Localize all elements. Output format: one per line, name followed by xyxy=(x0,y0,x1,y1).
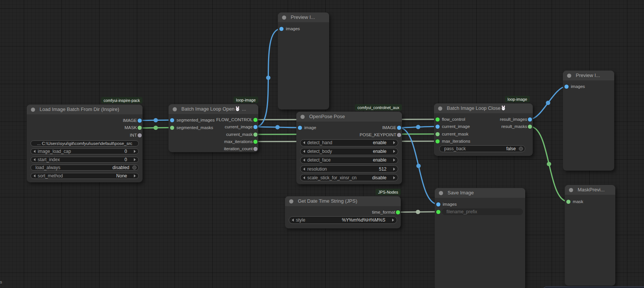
widget-label: load_always xyxy=(35,165,60,170)
widget-scale_stick_for_xinsr_cn[interactable]: scale_stick_for_xinsr_cndisable xyxy=(300,174,398,181)
input-port-images[interactable] xyxy=(436,202,440,206)
decrement-arrow[interactable] xyxy=(34,150,35,153)
link-midpoint-dot[interactable] xyxy=(266,75,271,80)
increment-arrow[interactable] xyxy=(134,174,136,177)
decrement-arrow[interactable] xyxy=(303,159,305,162)
output-port-FLOW_CONTROL[interactable] xyxy=(253,118,258,122)
output-port-POSE_KEYPOINT[interactable] xyxy=(397,133,401,137)
input-port-images[interactable] xyxy=(564,85,569,89)
input-port-images[interactable] xyxy=(279,27,284,31)
decrement-arrow[interactable] xyxy=(303,176,305,179)
input-port-segmented_masks[interactable] xyxy=(170,126,174,130)
offscreen-node-edge[interactable] xyxy=(543,286,644,288)
output-port-max_iterations[interactable] xyxy=(253,140,258,144)
increment-arrow[interactable] xyxy=(393,141,395,144)
output-port-result_masks[interactable] xyxy=(528,125,532,129)
decrement-arrow[interactable] xyxy=(34,158,35,161)
decrement-arrow[interactable] xyxy=(292,219,294,222)
node-collapse-dot[interactable] xyxy=(289,199,293,203)
widget-filename_prefix[interactable]: filename_prefix xyxy=(442,208,523,215)
link-midpoint-dot[interactable] xyxy=(416,210,420,214)
widget-detect_body[interactable]: detect_bodyenable xyxy=(300,148,398,155)
widget-style[interactable]: style%Y%m%d%H%M%S xyxy=(289,216,397,224)
node-title[interactable]: Batch Image Loop Close xyxy=(434,103,533,113)
graph-canvas[interactable]: Load Image Batch From Dir (Inspire)comfy… xyxy=(0,0,644,288)
widget-load_always[interactable]: load_alwaysdisabled xyxy=(31,165,139,171)
widget-resolution[interactable]: resolution512 xyxy=(300,165,398,172)
output-port-current_mask[interactable] xyxy=(253,132,258,137)
node-collapse-dot[interactable] xyxy=(439,191,443,195)
node-title[interactable]: Load Image Batch From Dir (Inspire) xyxy=(27,105,143,114)
input-port-image[interactable] xyxy=(298,126,302,130)
node-title[interactable]: OpenPose Pose xyxy=(296,112,402,122)
node-collapse-dot[interactable] xyxy=(301,115,305,119)
increment-arrow[interactable] xyxy=(134,158,136,161)
link-midpoint-dot[interactable] xyxy=(547,162,551,166)
node-collapse-dot[interactable] xyxy=(569,188,573,192)
output-port-INT[interactable] xyxy=(138,133,142,137)
increment-arrow[interactable] xyxy=(392,219,394,222)
widget-label: resolution xyxy=(307,166,327,172)
increment-arrow[interactable] xyxy=(134,150,136,153)
increment-arrow[interactable] xyxy=(393,150,395,153)
node-batch-image-loop-close[interactable]: Batch Image Loop Closeloop-imageflow_con… xyxy=(434,103,533,156)
node-source-badge: comfyui_controlnet_aux xyxy=(355,104,402,111)
widget-detect_face[interactable]: detect_faceenable xyxy=(300,157,398,164)
node-collapse-dot[interactable] xyxy=(282,15,286,20)
node-preview-image-top[interactable]: Preview I...images xyxy=(278,12,329,109)
link-midpoint-dot[interactable] xyxy=(153,118,158,123)
node-openpose-pose[interactable]: OpenPose Posecomfyui_controlnet_auximage… xyxy=(296,112,402,184)
widget-pass_back[interactable]: pass_backfalse xyxy=(439,145,525,152)
link-midpoint-dot[interactable] xyxy=(153,126,158,130)
input-port-max_iterations[interactable] xyxy=(435,139,440,143)
link-midpoint-dot[interactable] xyxy=(546,101,550,105)
node-batch-image-loop-open[interactable]: Batch Image Loop Open ...loop-imagesegme… xyxy=(169,104,258,152)
input-port-current_mask[interactable] xyxy=(435,132,440,136)
node-load-image-batch-from-dir[interactable]: Load Image Batch From Dir (Inspire)comfy… xyxy=(27,105,143,182)
node-title[interactable]: Batch Image Loop Open ... xyxy=(169,104,258,114)
input-port-flow_control[interactable] xyxy=(435,117,440,122)
link-midpoint-dot[interactable] xyxy=(275,125,280,129)
node-title[interactable]: Save Image xyxy=(435,188,525,198)
decrement-arrow[interactable] xyxy=(303,150,305,153)
output-port-current_image[interactable] xyxy=(253,125,258,129)
widget-image_load_cap[interactable]: image_load_cap0 xyxy=(31,148,139,154)
node-title[interactable]: MaskPrevi... xyxy=(565,185,615,195)
increment-arrow[interactable] xyxy=(393,159,395,162)
output-port-result_images[interactable] xyxy=(528,117,532,122)
input-port-segmented_images[interactable] xyxy=(170,118,174,122)
node-title[interactable]: Get Date Time String (JPS) xyxy=(285,196,401,206)
decrement-arrow[interactable] xyxy=(303,141,305,144)
node-collapse-dot[interactable] xyxy=(438,106,442,111)
node-collapse-dot[interactable] xyxy=(31,108,35,112)
widget-detect_hand[interactable]: detect_handenable xyxy=(300,139,398,146)
widget-sort_method[interactable]: sort_methodNone xyxy=(31,173,139,179)
increment-arrow[interactable] xyxy=(393,176,395,179)
increment-arrow[interactable] xyxy=(393,168,395,171)
link-midpoint-dot[interactable] xyxy=(416,164,421,168)
node-collapse-dot[interactable] xyxy=(173,107,177,111)
output-port-IMAGE[interactable] xyxy=(397,126,401,130)
widget-value: false xyxy=(506,146,516,151)
output-port-MASK[interactable] xyxy=(138,126,142,130)
output-port-time_format[interactable] xyxy=(396,210,400,214)
toggle-knob[interactable] xyxy=(519,147,523,151)
link-midpoint-dot[interactable] xyxy=(416,125,420,129)
output-port-IMAGE[interactable] xyxy=(138,119,142,123)
node-get-date-time-string[interactable]: Get Date Time String (JPS)JPS-Nodestime_… xyxy=(285,196,401,228)
node-title[interactable]: Preview I... xyxy=(563,71,614,80)
node-collapse-dot[interactable] xyxy=(567,74,571,78)
input-port-current_image[interactable] xyxy=(435,125,440,129)
widget-start_index[interactable]: start_index0 xyxy=(31,157,139,163)
node-title[interactable]: Preview I... xyxy=(278,12,329,22)
toggle-knob[interactable] xyxy=(132,166,136,170)
output-port-iteration_count[interactable] xyxy=(253,147,258,151)
widget-text[interactable]: ... C:\Users\syui\git\comfyui\user\defau… xyxy=(31,140,139,146)
input-port-slot[interactable] xyxy=(436,210,440,214)
input-port-mask[interactable] xyxy=(566,200,570,204)
node-mask-preview[interactable]: MaskPrevi...mask xyxy=(565,185,615,286)
decrement-arrow[interactable] xyxy=(303,168,305,171)
decrement-arrow[interactable] xyxy=(34,174,35,177)
node-preview-image-right[interactable]: Preview I...images xyxy=(563,71,614,171)
node-save-image[interactable]: Save Imageimagesfilename_prefix xyxy=(435,188,525,288)
